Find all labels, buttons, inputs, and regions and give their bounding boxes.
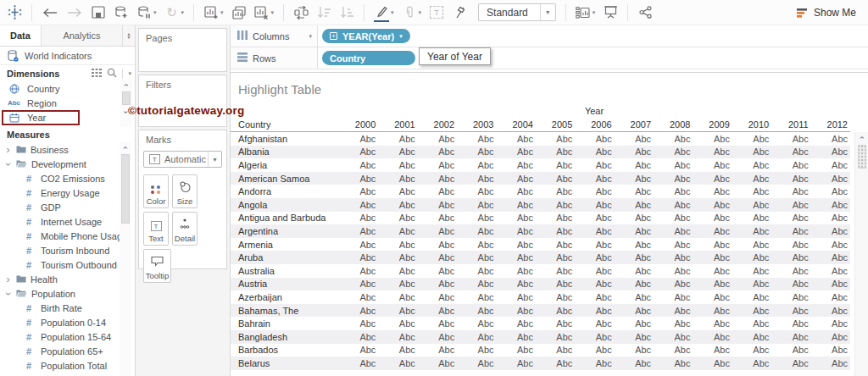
table-cell[interactable]: Abc bbox=[771, 345, 810, 355]
table-cell[interactable]: Abc bbox=[575, 200, 614, 210]
table-cell[interactable]: Abc bbox=[457, 279, 496, 289]
table-cell[interactable]: Abc bbox=[497, 279, 536, 289]
table-cell[interactable]: Abc bbox=[654, 266, 693, 276]
table-cell[interactable]: Abc bbox=[575, 358, 614, 368]
table-cell[interactable]: Abc bbox=[654, 332, 693, 342]
table-cell[interactable]: Abc bbox=[378, 226, 417, 236]
table-cell[interactable]: Abc bbox=[418, 134, 457, 144]
mark-type-selector[interactable]: T Automatic ▼ bbox=[143, 151, 222, 168]
year-column-header[interactable]: 2010 bbox=[732, 119, 771, 130]
table-cell[interactable]: Abc bbox=[378, 306, 417, 316]
table-cell[interactable]: Abc bbox=[615, 240, 654, 250]
sheet-scrollbar[interactable]: › bbox=[854, 132, 868, 376]
show-me-button[interactable]: Show Me bbox=[797, 7, 860, 19]
table-cell[interactable]: Abc bbox=[654, 240, 693, 250]
swap-rows-columns-icon[interactable] bbox=[293, 3, 309, 22]
table-cell[interactable]: Abc bbox=[339, 160, 378, 170]
columns-shelf[interactable]: Columns ▾ + YEAR(Year) ▾ bbox=[231, 25, 868, 47]
table-cell[interactable]: Abc bbox=[536, 292, 575, 302]
measure-item-energy-usage[interactable]: #Energy Usage bbox=[0, 185, 135, 200]
table-cell[interactable]: Abc bbox=[693, 134, 732, 144]
measure-item-population-total[interactable]: #Population Total bbox=[0, 358, 135, 373]
country-row-header[interactable]: Austria bbox=[231, 279, 339, 289]
scroll-up-icon[interactable]: › bbox=[120, 142, 131, 152]
highlight-tool[interactable]: ▾ bbox=[374, 3, 394, 22]
table-cell[interactable]: Abc bbox=[497, 200, 536, 210]
table-cell[interactable]: Abc bbox=[771, 306, 810, 316]
table-cell[interactable]: Abc bbox=[378, 174, 417, 184]
table-cell[interactable]: Abc bbox=[693, 160, 732, 170]
table-cell[interactable]: Abc bbox=[732, 358, 771, 368]
table-cell[interactable]: Abc bbox=[654, 318, 693, 329]
table-cell[interactable]: Abc bbox=[732, 174, 771, 184]
table-cell[interactable]: Abc bbox=[339, 266, 378, 276]
table-cell[interactable]: Abc bbox=[536, 279, 575, 289]
table-cell[interactable]: Abc bbox=[418, 213, 457, 223]
sort-ascending-icon[interactable] bbox=[316, 3, 331, 22]
country-column-header[interactable]: Country bbox=[231, 119, 339, 130]
table-cell[interactable]: Abc bbox=[615, 226, 654, 236]
table-cell[interactable]: Abc bbox=[693, 147, 732, 157]
table-cell[interactable]: Abc bbox=[615, 318, 654, 329]
table-cell[interactable]: Abc bbox=[497, 213, 536, 223]
table-cell[interactable]: Abc bbox=[615, 266, 654, 276]
country-row-header[interactable]: Bahrain bbox=[231, 318, 339, 329]
table-cell[interactable]: Abc bbox=[457, 174, 496, 184]
table-cell[interactable]: Abc bbox=[732, 318, 771, 329]
table-cell[interactable]: Abc bbox=[457, 226, 496, 236]
table-cell[interactable]: Abc bbox=[418, 160, 457, 170]
measure-item-population-65[interactable]: #Population 65+ bbox=[0, 344, 135, 358]
table-cell[interactable]: Abc bbox=[732, 226, 771, 236]
table-cell[interactable]: Abc bbox=[575, 186, 614, 196]
table-cell[interactable]: Abc bbox=[811, 345, 850, 355]
scroll-up-icon[interactable]: › bbox=[120, 80, 132, 90]
table-cell[interactable]: Abc bbox=[418, 240, 457, 250]
table-cell[interactable]: Abc bbox=[536, 200, 575, 210]
table-cell[interactable]: Abc bbox=[811, 186, 850, 196]
dimension-item-country[interactable]: Country bbox=[0, 81, 135, 96]
show-mark-labels-icon[interactable]: T bbox=[429, 3, 444, 22]
table-cell[interactable]: Abc bbox=[811, 279, 850, 289]
table-cell[interactable]: Abc bbox=[811, 160, 850, 170]
chevron-down-icon[interactable]: ▾ bbox=[128, 70, 131, 76]
table-cell[interactable]: Abc bbox=[378, 252, 417, 263]
table-cell[interactable]: Abc bbox=[339, 318, 378, 329]
table-cell[interactable]: Abc bbox=[771, 160, 810, 170]
country-row-header[interactable]: Andorra bbox=[231, 186, 339, 196]
table-cell[interactable]: Abc bbox=[811, 358, 850, 368]
show-hide-cards[interactable]: ▾ bbox=[576, 3, 596, 22]
table-cell[interactable]: Abc bbox=[457, 306, 496, 316]
table-cell[interactable]: Abc bbox=[615, 186, 654, 196]
table-cell[interactable]: Abc bbox=[654, 345, 693, 355]
table-cell[interactable]: Abc bbox=[732, 186, 771, 196]
measure-item-gdp[interactable]: #GDP bbox=[0, 200, 135, 214]
table-cell[interactable]: Abc bbox=[497, 174, 536, 184]
undo-icon[interactable] bbox=[42, 3, 58, 22]
table-cell[interactable]: Abc bbox=[457, 252, 496, 263]
table-cell[interactable]: Abc bbox=[654, 160, 693, 170]
table-cell[interactable]: Abc bbox=[615, 147, 654, 157]
year-column-header[interactable]: 2002 bbox=[418, 119, 457, 130]
table-cell[interactable]: Abc bbox=[771, 358, 810, 368]
country-row-header[interactable]: American Samoa bbox=[231, 174, 339, 184]
clear-sheet[interactable]: ▾ bbox=[254, 3, 275, 22]
table-cell[interactable]: Abc bbox=[575, 160, 614, 170]
table-cell[interactable]: Abc bbox=[536, 306, 575, 316]
table-cell[interactable]: Abc bbox=[732, 266, 771, 276]
table-cell[interactable]: Abc bbox=[497, 358, 536, 368]
table-cell[interactable]: Abc bbox=[575, 332, 614, 342]
year-column-header[interactable]: 2001 bbox=[378, 119, 417, 130]
table-cell[interactable]: Abc bbox=[536, 345, 575, 355]
table-cell[interactable]: Abc bbox=[654, 358, 693, 368]
pane-swap-icon[interactable]: ▲▼ bbox=[122, 25, 135, 46]
table-cell[interactable]: Abc bbox=[771, 240, 810, 250]
measure-item-population-15-64[interactable]: #Population 15-64 bbox=[0, 329, 135, 344]
country-row-header[interactable]: Armenia bbox=[231, 240, 339, 250]
table-cell[interactable]: Abc bbox=[339, 252, 378, 263]
scrollbar-thumb[interactable] bbox=[122, 91, 131, 105]
table-cell[interactable]: Abc bbox=[378, 332, 417, 342]
table-cell[interactable]: Abc bbox=[771, 186, 810, 196]
table-cell[interactable]: Abc bbox=[497, 318, 536, 329]
table-cell[interactable]: Abc bbox=[693, 292, 732, 302]
table-cell[interactable]: Abc bbox=[339, 147, 378, 157]
